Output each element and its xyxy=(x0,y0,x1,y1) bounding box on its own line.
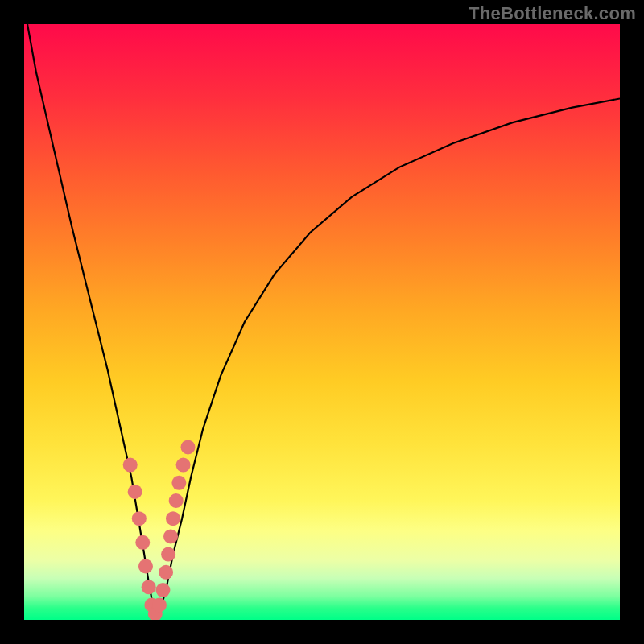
marker-dot xyxy=(128,485,142,499)
marker-dot xyxy=(163,529,178,543)
marker-dot xyxy=(138,559,153,573)
marker-dot xyxy=(161,547,175,562)
marker-dot xyxy=(123,458,138,473)
marker-dot xyxy=(176,458,191,473)
marker-dot xyxy=(169,493,184,508)
chart-plot-area xyxy=(24,24,620,620)
marker-dot xyxy=(155,583,170,597)
chart-frame: TheBottleneck.com xyxy=(0,0,644,644)
marker-dot xyxy=(159,565,173,580)
bottleneck-curve xyxy=(24,24,620,617)
marker-dot xyxy=(166,511,180,526)
marker-dot xyxy=(142,580,156,594)
bottleneck-markers xyxy=(123,440,196,620)
marker-dot xyxy=(181,440,196,454)
marker-dot xyxy=(152,598,167,613)
chart-svg xyxy=(24,24,620,620)
marker-dot xyxy=(132,511,147,526)
marker-dot xyxy=(135,535,150,550)
watermark-text: TheBottleneck.com xyxy=(469,3,636,24)
marker-dot xyxy=(171,476,186,490)
